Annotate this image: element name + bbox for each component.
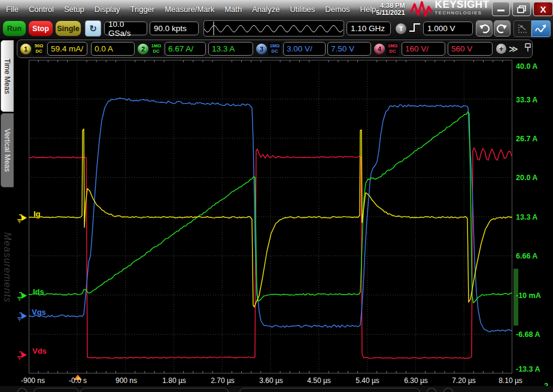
waveform-display[interactable] bbox=[29, 60, 512, 373]
channel2-offset-field[interactable]: 13.3 A bbox=[208, 42, 253, 56]
stop-button[interactable]: Stop bbox=[28, 20, 53, 37]
menu-analyze[interactable]: Analyze bbox=[252, 5, 279, 14]
restore-icon bbox=[517, 5, 527, 13]
touch-zoom-button[interactable] bbox=[531, 20, 551, 37]
clock-time: 4:38 PM bbox=[376, 2, 405, 9]
waveform-preview[interactable] bbox=[203, 20, 344, 37]
ground-marker-vds[interactable] bbox=[16, 350, 28, 361]
menu-utilities[interactable]: Utilities bbox=[290, 5, 315, 14]
x-axis-label: 8.10 µs bbox=[499, 376, 522, 385]
menu-help[interactable]: Help bbox=[360, 5, 376, 14]
channel4-scale-field[interactable]: 160 V/ bbox=[402, 42, 445, 56]
ground-marker-ids[interactable] bbox=[16, 291, 28, 302]
pin-icon[interactable] bbox=[524, 43, 531, 54]
channel4-offset-field[interactable]: 560 V bbox=[448, 42, 493, 56]
redo-button[interactable] bbox=[494, 20, 511, 37]
channel1-scale-field[interactable]: 59.4 mA/ bbox=[47, 42, 87, 56]
trace-label-ids[interactable]: Ids bbox=[33, 287, 44, 296]
channel3-offset-field[interactable]: 7.50 V bbox=[327, 42, 371, 56]
x-axis-label: 1.80 µs bbox=[162, 376, 186, 385]
y-axis-label: -13.3 A bbox=[516, 365, 540, 373]
ground-marker-vgs[interactable] bbox=[16, 311, 28, 322]
bandwidth-field[interactable]: 1.10 GHz bbox=[347, 22, 391, 35]
zoom-box-button[interactable] bbox=[514, 20, 531, 37]
trace-label-ig[interactable]: Ig bbox=[34, 209, 41, 218]
channel-bar: 1 50Ω DC 59.4 mA/ 0.0 A 2 1MΩ DC 6.67 A/… bbox=[17, 39, 533, 58]
x-axis-label: 5.40 µs bbox=[356, 376, 379, 385]
channel1-coupling-badge[interactable]: 50Ω DC bbox=[32, 42, 45, 56]
clear-display-button[interactable]: ↻ bbox=[85, 20, 101, 37]
keysight-spark-icon bbox=[409, 1, 434, 17]
brand-name: KEYSIGHT bbox=[435, 1, 490, 9]
channel3-coupling-badge[interactable]: 1MΩ DC bbox=[268, 42, 281, 56]
menu-trigger[interactable]: Trigger bbox=[130, 5, 154, 14]
menu-demos[interactable]: Demos bbox=[325, 5, 350, 14]
channel2-coupling-badge[interactable]: 1MΩ DC bbox=[150, 42, 163, 56]
channel4-coupling-badge[interactable]: 1MΩ DC bbox=[386, 42, 399, 56]
results-box bbox=[80, 388, 229, 392]
rising-edge-icon[interactable] bbox=[408, 22, 421, 36]
tab-time-meas[interactable]: Time Meas bbox=[1, 40, 14, 112]
expand-chevrons-icon[interactable]: ≫ bbox=[509, 44, 517, 54]
menu-math[interactable]: Math bbox=[224, 5, 242, 14]
x-axis-label: 6.30 µs bbox=[404, 376, 428, 385]
results-box bbox=[239, 388, 420, 392]
channel4-mode: DC bbox=[390, 49, 396, 54]
trigger-level-field[interactable]: 1.000 V bbox=[423, 22, 473, 35]
brand-subtitle: TECHNOLOGIES bbox=[435, 9, 490, 17]
trace-label-vgs[interactable]: Vgs bbox=[32, 308, 46, 317]
menu-measure-mark[interactable]: Measure/Mark bbox=[165, 5, 214, 14]
channel4-number: 4 bbox=[378, 45, 381, 53]
minimize-button[interactable] bbox=[492, 2, 511, 16]
clear-display-icon: ↻ bbox=[89, 23, 97, 34]
menu-display[interactable]: Display bbox=[95, 5, 120, 14]
channel3-button[interactable]: 3 bbox=[256, 44, 267, 54]
results-box bbox=[34, 388, 79, 392]
trigger-source-button[interactable]: T bbox=[396, 23, 406, 34]
x-axis-label: -900 ns bbox=[21, 376, 45, 385]
results-circle bbox=[443, 388, 454, 392]
y-axis-label: 20.0 A bbox=[516, 174, 537, 182]
channel3-scale-field[interactable]: 3.00 V/ bbox=[283, 42, 326, 56]
trace-label-vds[interactable]: Vds bbox=[32, 347, 47, 355]
channel1-mode: DC bbox=[36, 49, 42, 54]
zoom-box-icon bbox=[516, 23, 528, 34]
channel2-button[interactable]: 2 bbox=[138, 44, 148, 54]
ground-marker-ig[interactable] bbox=[16, 213, 28, 224]
menu-setup[interactable]: Setup bbox=[64, 5, 84, 14]
add-channel-button[interactable]: + bbox=[496, 44, 506, 54]
x-axis-label: 7.20 µs bbox=[452, 376, 476, 385]
channel2-scale-field[interactable]: 6.67 A/ bbox=[165, 42, 206, 56]
single-button[interactable]: Single bbox=[55, 20, 81, 37]
y-axis-label: 13.3 A bbox=[516, 213, 537, 221]
oscilloscope-app: File Control Setup Display Trigger Measu… bbox=[0, 0, 553, 392]
channel4-button[interactable]: 4 bbox=[374, 44, 385, 54]
y-axis-label: 26.7 A bbox=[516, 135, 537, 143]
y-axis-label: -6.68 A bbox=[516, 330, 540, 339]
results-circle bbox=[426, 388, 437, 392]
measurements-ghost-label: Measurements bbox=[2, 232, 13, 303]
channel1-button[interactable]: 1 bbox=[20, 44, 31, 54]
x-axis-label: 3.60 µs bbox=[259, 376, 283, 385]
x-axis-label: 4.50 µs bbox=[307, 376, 331, 385]
waveform-preview-icon bbox=[204, 21, 344, 36]
tab-vertical-meas[interactable]: Vertical Meas bbox=[1, 113, 14, 187]
y-axis-label: -10 mA bbox=[516, 291, 541, 300]
undo-icon bbox=[479, 24, 490, 34]
memory-depth-field[interactable]: 90.0 kpts bbox=[150, 22, 199, 35]
x-axis-label: 2.70 µs bbox=[211, 376, 235, 385]
minimize-icon bbox=[497, 6, 505, 12]
sample-rate-field[interactable]: 10.0 GSa/s bbox=[104, 22, 147, 35]
menu-file[interactable]: File bbox=[6, 5, 19, 14]
clock-date: 5/11/2021 bbox=[376, 9, 405, 16]
channel1-offset-field[interactable]: 0.0 A bbox=[91, 42, 135, 56]
run-button[interactable]: Run bbox=[2, 20, 26, 37]
y-axis-label: 40.0 A bbox=[516, 62, 537, 71]
menu-control[interactable]: Control bbox=[29, 5, 54, 14]
undo-button[interactable] bbox=[476, 20, 493, 37]
channel3-number: 3 bbox=[260, 45, 263, 53]
close-button[interactable]: X bbox=[533, 2, 553, 16]
restore-button[interactable] bbox=[512, 2, 531, 16]
trigger-t-icon: T bbox=[399, 25, 403, 32]
x-axis-label: 900 ns bbox=[116, 376, 137, 385]
